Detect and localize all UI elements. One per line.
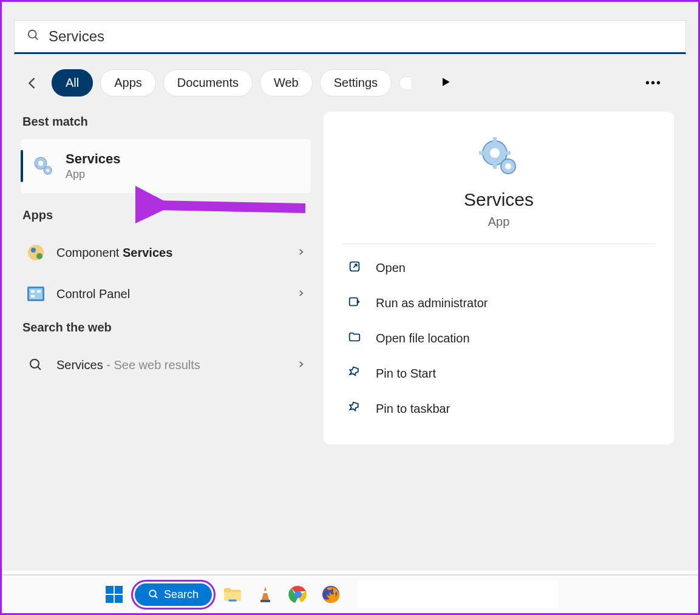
filter-all[interactable]: All — [52, 69, 93, 97]
svg-point-17 — [490, 148, 500, 158]
svg-rect-18 — [493, 137, 497, 142]
search-icon — [26, 355, 46, 375]
vlc-icon[interactable] — [253, 582, 277, 607]
svg-point-0 — [29, 30, 36, 38]
search-panel: All Apps Documents Web Settings ••• Best… — [2, 2, 698, 571]
chrome-icon[interactable] — [286, 582, 310, 607]
svg-point-3 — [38, 160, 43, 165]
svg-point-7 — [31, 248, 36, 253]
action-label: Run as administrator — [376, 296, 488, 310]
chevron-right-icon — [297, 288, 305, 301]
action-label: Pin to Start — [376, 367, 436, 381]
svg-rect-20 — [479, 151, 484, 155]
svg-rect-33 — [224, 592, 241, 601]
best-match-result[interactable]: Services App — [20, 138, 311, 194]
svg-rect-34 — [229, 600, 237, 602]
taskbar-search-button[interactable]: Search — [135, 583, 212, 606]
pin-icon — [348, 365, 362, 381]
best-match-title: Services — [66, 151, 121, 167]
svg-point-23 — [505, 163, 511, 169]
action-label: Open file location — [376, 331, 470, 345]
svg-rect-13 — [31, 295, 35, 297]
action-open-location[interactable]: Open file location — [342, 321, 656, 356]
action-pin-start[interactable]: Pin to Start — [342, 356, 656, 391]
control-panel-icon — [26, 284, 46, 304]
taskbar-running-app[interactable] — [358, 581, 558, 608]
more-options-button[interactable]: ••• — [645, 76, 662, 90]
filter-web[interactable]: Web — [260, 69, 313, 97]
svg-rect-19 — [493, 164, 497, 169]
preview-title: Services — [342, 189, 656, 210]
app-result-label: Control Panel — [56, 287, 286, 301]
action-label: Pin to taskbar — [376, 402, 450, 416]
web-result-label: Services - See web results — [56, 358, 286, 372]
svg-rect-25 — [350, 298, 358, 306]
search-web-label: Search the web — [22, 321, 311, 335]
svg-rect-11 — [31, 290, 35, 293]
svg-point-31 — [149, 590, 156, 597]
taskbar-search-label: Search — [164, 588, 199, 601]
app-result-component-services[interactable]: Component Services — [20, 232, 311, 273]
svg-rect-29 — [106, 595, 114, 603]
selection-indicator — [21, 150, 23, 182]
svg-point-8 — [36, 253, 42, 259]
file-explorer-icon[interactable] — [220, 582, 245, 607]
app-result-control-panel[interactable]: Control Panel — [20, 273, 311, 314]
taskbar: Search — [2, 574, 698, 613]
svg-rect-35 — [263, 591, 268, 593]
svg-rect-21 — [506, 151, 511, 155]
shield-icon — [348, 295, 362, 311]
svg-rect-28 — [115, 586, 123, 594]
chevron-right-icon — [297, 246, 305, 259]
preview-subtitle: App — [342, 215, 656, 229]
svg-rect-30 — [115, 595, 123, 603]
svg-rect-12 — [37, 290, 41, 293]
action-open[interactable]: Open — [342, 250, 656, 285]
start-button[interactable] — [102, 582, 126, 607]
back-button[interactable] — [20, 75, 44, 92]
svg-rect-27 — [106, 586, 114, 594]
action-label: Open — [376, 261, 406, 275]
svg-point-14 — [30, 359, 39, 368]
filter-documents[interactable]: Documents — [163, 69, 253, 97]
pin-icon — [348, 401, 362, 416]
svg-line-15 — [38, 367, 41, 370]
play-icon[interactable] — [440, 76, 452, 90]
app-result-label: Component Services — [56, 246, 286, 260]
filter-more-partial[interactable] — [399, 76, 423, 90]
open-icon — [348, 260, 362, 276]
best-match-label: Best match — [22, 115, 311, 129]
best-match-subtitle: App — [66, 168, 121, 181]
services-icon-large — [478, 136, 520, 178]
results-column: Best match Services App Apps Component S… — [20, 109, 311, 444]
firefox-icon[interactable] — [319, 582, 343, 607]
action-run-admin[interactable]: Run as administrator — [342, 285, 656, 321]
web-result[interactable]: Services - See web results — [20, 344, 311, 386]
action-pin-taskbar[interactable]: Pin to taskbar — [342, 391, 656, 426]
svg-rect-36 — [260, 600, 270, 602]
svg-line-32 — [155, 596, 157, 598]
svg-line-1 — [35, 37, 38, 40]
svg-point-5 — [46, 169, 49, 172]
filter-row: All Apps Documents Web Settings ••• — [14, 69, 686, 109]
apps-label: Apps — [22, 208, 311, 222]
chevron-right-icon — [297, 359, 305, 372]
filter-settings[interactable]: Settings — [320, 69, 392, 97]
svg-rect-10 — [29, 288, 42, 299]
preview-panel: Services App Open Run as administrator O… — [324, 112, 674, 444]
search-input[interactable] — [49, 28, 673, 45]
services-icon — [32, 154, 56, 178]
search-icon — [27, 29, 49, 44]
component-services-icon — [26, 243, 46, 262]
folder-icon — [348, 330, 362, 346]
search-box[interactable] — [14, 20, 686, 54]
filter-apps[interactable]: Apps — [100, 69, 156, 97]
